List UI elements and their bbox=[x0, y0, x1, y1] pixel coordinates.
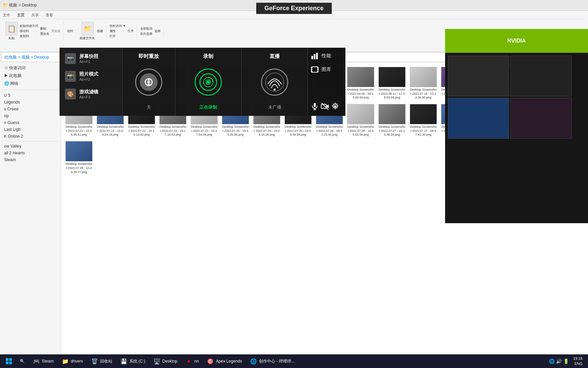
taskbar-right: 🌐 🔊 🔋 19:16 ENG bbox=[549, 356, 585, 367]
copy-to-button[interactable]: 复制到 bbox=[20, 34, 38, 39]
file-thumbnail bbox=[535, 67, 562, 87]
list-item[interactable]: Desktop Screenshot 2022.07.20 - 10.06.39… bbox=[502, 65, 532, 101]
file-name: Desktop Screenshot 2022.07.27 - 09.53.08… bbox=[472, 125, 500, 137]
sidebar-item-creed[interactable]: s Creed bbox=[1, 106, 60, 112]
gallery-label: 图库 bbox=[322, 66, 331, 73]
file-name: Desktop Screenshot 2022.07.27 - 09.51.30… bbox=[441, 125, 468, 137]
paste-button[interactable]: 📋 bbox=[5, 22, 18, 35]
sidebar-item-valley[interactable]: ow Valley bbox=[1, 143, 60, 150]
list-item[interactable]: Desktop Screenshot 2022.04.05 - 00.15.49… bbox=[346, 65, 376, 101]
start-button[interactable] bbox=[3, 355, 15, 367]
list-item[interactable]: Desktop Screenshot 2022.07.18 - 16.29.45… bbox=[440, 65, 470, 101]
taskbar-network-icon[interactable]: 🌐 bbox=[549, 358, 555, 364]
screenshot-menu-item[interactable]: 📷 屏幕快照 Alt+F1 bbox=[65, 53, 117, 64]
taskbar-volume-icon[interactable]: 🔊 bbox=[556, 358, 562, 364]
performance-label: 性能 bbox=[322, 53, 331, 59]
easy-access-button[interactable]: 轻松访问 ▼ bbox=[110, 24, 126, 28]
ribbon-tab-share[interactable]: 共享 bbox=[31, 13, 39, 18]
open-button[interactable]: 打开 bbox=[110, 34, 126, 39]
svg-rect-13 bbox=[311, 71, 312, 72]
ribbon-tab-home[interactable]: 主页 bbox=[17, 13, 24, 18]
move-to-button[interactable]: 移动到 bbox=[20, 29, 38, 33]
list-item[interactable]: Desktop Screenshot 2022.07.27 - 09.51.30… bbox=[440, 103, 470, 138]
svg-point-4 bbox=[207, 80, 210, 84]
taskbar-nn[interactable]: ● nn bbox=[182, 356, 202, 367]
drive-icon: 💾 bbox=[120, 358, 127, 365]
taskbar-recycle-label: 回收站 bbox=[100, 358, 112, 364]
sidebar-item-legends[interactable]: Legends bbox=[1, 99, 60, 106]
invert-select-button[interactable]: 反向选择 bbox=[140, 32, 152, 36]
list-item[interactable]: Desktop Screenshot 2022.07.28 - 10.36.24… bbox=[534, 103, 564, 138]
broadcast-status: 未广播 bbox=[268, 104, 281, 110]
mic-button[interactable] bbox=[311, 102, 319, 112]
taskbar-search[interactable]: 🔍 bbox=[16, 356, 28, 367]
replay-button-inner bbox=[140, 73, 158, 91]
sidebar-item-2hearts[interactable]: all 2 Hearts bbox=[1, 150, 60, 156]
taskbar: 🔍 🎮 Steam 📁 drivers 🗑️ 回收站 💾 系统 (C:) 🖥️ … bbox=[0, 354, 588, 368]
deselect-all-button[interactable]: 全部取消 bbox=[140, 27, 152, 31]
settings-icon bbox=[331, 102, 339, 110]
settings-button[interactable] bbox=[331, 102, 339, 112]
taskbar-system-c[interactable]: 💾 系统 (C:) bbox=[117, 356, 149, 367]
replay-toggle-button[interactable] bbox=[135, 68, 162, 96]
camera-off-button[interactable] bbox=[321, 102, 329, 112]
delete-button[interactable]: 删除 bbox=[40, 27, 49, 31]
file-thumbnail bbox=[441, 104, 468, 124]
list-item[interactable]: Desktop Screenshot 2022.07.27 - 15.10.36… bbox=[377, 103, 407, 138]
properties-button[interactable]: 属性 bbox=[110, 29, 126, 33]
apex-icon: 🎯 bbox=[207, 358, 214, 365]
taskbar-steam[interactable]: 🎮 Steam bbox=[30, 356, 57, 367]
list-item[interactable]: Desktop Screenshot 2022.06.11 - 17.08.59… bbox=[377, 65, 407, 101]
geforce-replay-section: 即时重放 关 bbox=[122, 48, 175, 116]
list-item[interactable]: Desktop Screenshot 2022.07.19 - 15.25.21… bbox=[471, 65, 501, 101]
broadcast-toggle-button[interactable] bbox=[261, 68, 288, 96]
taskbar-recycle[interactable]: 🗑️ 回收站 bbox=[88, 356, 116, 367]
list-item[interactable]: Desktop Screenshot 2022.07.28 - 10.35.27… bbox=[502, 103, 532, 138]
taskbar-clock[interactable]: 19:16 ENG bbox=[570, 356, 585, 367]
sidebar-item-lastligh[interactable]: Last Ligh bbox=[1, 126, 60, 133]
geforce-title: GeForce Experience bbox=[264, 5, 324, 12]
list-item[interactable]: Desktop Screenshot 2022.07.27 - 09.47.42… bbox=[408, 103, 438, 138]
file-thumbnail bbox=[472, 67, 500, 87]
ribbon-tab-view[interactable]: 查看 bbox=[46, 13, 53, 18]
performance-menu-item[interactable]: 性能 bbox=[311, 52, 343, 60]
list-item[interactable]: Desktop Screenshot 2022.07.28 - 10.44.35… bbox=[64, 140, 94, 175]
paste-shortcut-button[interactable]: 粘贴快捷方式 bbox=[20, 24, 38, 28]
rename-button[interactable]: 重命名 bbox=[40, 32, 49, 36]
broadcast-icon bbox=[264, 72, 285, 92]
sidebar-item-network[interactable]: 🌐 网络 bbox=[1, 80, 60, 88]
sidebar-item-thispc[interactable]: ▶ 此电脑 bbox=[1, 72, 60, 80]
filter-label: 游戏滤镜 bbox=[79, 89, 98, 95]
recycle-icon: 🗑️ bbox=[91, 358, 98, 365]
svg-marker-21 bbox=[326, 105, 329, 108]
svg-point-6 bbox=[274, 89, 276, 91]
ribbon-tab-file[interactable]: 文件 bbox=[3, 13, 10, 18]
sidebar-item-op[interactable]: op bbox=[1, 112, 60, 119]
sidebar-item-konline[interactable]: K Online 2 bbox=[1, 133, 60, 140]
sidebar: ☆ 快速访问 ▶ 此电脑 🌐 网络 U 5 Legends s Creed op… bbox=[0, 63, 61, 356]
list-item[interactable]: Desktop Screenshot 2022.07.21 - 15.53.07… bbox=[534, 65, 564, 101]
photo-mode-menu-item[interactable]: 📸 照片模式 Alt+F2 bbox=[65, 71, 117, 82]
new-folder-button[interactable]: 📁 bbox=[81, 22, 94, 35]
gallery-menu-item[interactable]: 图库 bbox=[311, 65, 343, 74]
filter-menu-item[interactable]: 🎨 游戏滤镜 Alt+F3 bbox=[65, 89, 117, 99]
performance-icon bbox=[311, 52, 319, 60]
sidebar-item-steam-folder[interactable]: Steam bbox=[1, 156, 60, 163]
record-title: 录制 bbox=[203, 53, 213, 60]
file-name: Desktop Screenshot 2022.07.25 - 15.06.15… bbox=[253, 125, 280, 137]
taskbar-drivers[interactable]: 📁 drivers bbox=[59, 356, 86, 367]
svg-rect-24 bbox=[6, 358, 9, 361]
file-thumbnail bbox=[410, 67, 437, 87]
record-toggle-button[interactable] bbox=[195, 68, 222, 96]
sidebar-item-u5[interactable]: U 5 bbox=[1, 92, 60, 99]
list-item[interactable]: Desktop Screenshot 2022.07.27 - 09.53.08… bbox=[471, 103, 501, 138]
list-item[interactable]: Desktop Screenshot 2022.07.15 - 13.14.56… bbox=[408, 65, 438, 101]
list-item[interactable]: Desktop Screenshot 2022.07.26 - 14.45.02… bbox=[346, 103, 376, 138]
taskbar-bilibili[interactable]: 🌐 创作中心 - 哔哩哔... bbox=[247, 356, 298, 367]
file-name: Desktop Screenshot 2022.07.25 - 16.09.59… bbox=[284, 125, 312, 137]
sidebar-item-guess[interactable]: n Guess bbox=[1, 119, 60, 126]
taskbar-desktop[interactable]: 🖥️ Desktop bbox=[150, 356, 181, 367]
paste-label: 粘贴 bbox=[9, 36, 15, 41]
taskbar-apex[interactable]: 🎯 Apex Legends bbox=[203, 356, 245, 367]
sidebar-item-quickaccess[interactable]: ☆ 快速访问 bbox=[1, 64, 60, 72]
